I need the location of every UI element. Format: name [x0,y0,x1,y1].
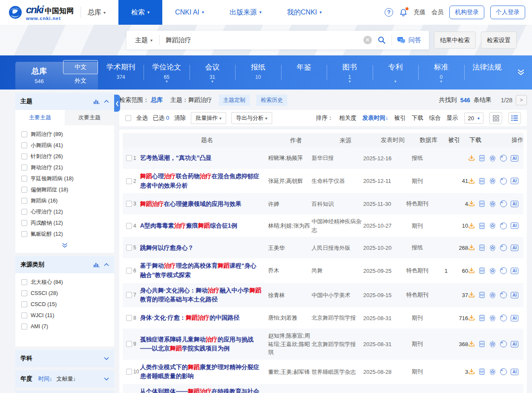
cite-quote-icon[interactable]: ” [500,341,507,347]
org-login-button[interactable]: 机构登录 [449,6,484,19]
db-expand-button[interactable] [510,55,532,90]
result-title-link[interactable]: 从个体到群体——舞蹈治疗在特殊教育与社会支持体系中的实践探索 [140,388,259,393]
filter-option-偏侧舞蹈症[interactable]: 偏侧舞蹈症 (18) [21,184,108,195]
db-tab-学位论文[interactable]: 学位论文65▾ [144,55,189,90]
sidebar-collapse-handle[interactable]: ❮ [114,95,120,112]
html-read-icon[interactable] [479,368,485,375]
year-sort-by-count[interactable]: 文献量↓ [57,375,76,383]
sort-by-发表时间[interactable]: 发表时间↓ [362,114,388,122]
ai-icon[interactable]: AI [511,369,518,375]
personal-login-button[interactable]: 个人登录 [490,6,525,19]
result-title-link[interactable]: 人类作业模式下的舞蹈康复护理对精神分裂症患者睡眠质量的影响 [140,364,259,380]
db-tab-专利[interactable]: 专利▾ [373,55,418,90]
db-tab-法律法规[interactable]: 法律法规 [464,55,510,90]
db-tab-年鉴[interactable]: 年鉴 [281,55,327,90]
download-icon[interactable] [468,315,475,321]
cite-quote-icon[interactable]: ” [500,244,507,251]
row-checkbox[interactable] [126,268,132,274]
search-input[interactable] [160,37,363,44]
top-nav-item-我的CNKI[interactable]: 我的CNKI▾ [274,0,334,25]
filter-checkbox[interactable] [21,131,27,137]
topic-custom-button[interactable]: 主题定制 [219,95,250,106]
result-title-link[interactable]: 基于舞动治疗理念的高校体育舞蹈课程“身心融合”教学模式探索 [140,262,256,278]
favorite-star-icon[interactable] [489,244,496,251]
filter-option-氟哌啶醇[interactable]: 氟哌啶醇 (12) [21,228,108,240]
result-source[interactable]: 百科知识 [311,200,363,208]
row-checkbox[interactable] [126,201,132,207]
topic-expand-button[interactable] [15,240,114,253]
result-authors[interactable]: 张延芹;高朝辉 [268,177,311,185]
ai-icon[interactable]: AI [511,315,518,321]
filter-checkbox[interactable] [21,165,27,170]
db-tab-标准[interactable]: 标准0▾ [418,55,464,90]
favorite-star-icon[interactable] [489,341,496,348]
filter-checkbox[interactable] [21,176,27,182]
html-read-icon[interactable] [479,315,485,321]
grid-view-button[interactable] [489,112,502,124]
chevron-down-icon[interactable] [104,377,109,381]
filter-option-CSSCI[interactable]: CSSCI (28) [21,288,108,299]
download-icon[interactable] [468,292,475,298]
top-nav-item-CNKI AI[interactable]: CNKI AI▾ [162,0,217,25]
filter-checkbox[interactable] [21,301,27,307]
result-title-link[interactable]: 艺考热退潮，“真功夫”凸显 [140,154,212,161]
result-source[interactable]: 世界睡眠医学杂志 [311,368,363,376]
db-tab-图书[interactable]: 图书1▾ [327,55,372,90]
db-tab-学术期刊[interactable]: 学术期刊374 [98,55,144,90]
favorite-star-icon[interactable] [489,200,496,208]
tab-primary-topic[interactable]: 主要主题 [15,110,65,125]
result-source[interactable]: 北京舞蹈学院学报 [311,340,363,349]
result-source[interactable]: 新华日报 [311,154,363,162]
page-size-select[interactable]: 20 ▾ [464,113,484,124]
clear-search-icon[interactable]: ✕ [363,36,372,44]
result-authors[interactable]: 许婵 [268,200,311,208]
row-checkbox[interactable] [126,315,132,321]
chevron-up-icon[interactable] [104,263,109,266]
help-icon[interactable]: ? [385,8,393,17]
recharge-link[interactable]: 充值 [414,9,426,16]
cite-quote-icon[interactable]: ” [500,178,507,185]
ai-icon[interactable]: AI [511,223,518,229]
result-title-link[interactable]: A型肉毒毒素治疗瘢痕舞蹈综合征1例 [140,222,237,229]
html-read-icon[interactable] [479,223,485,229]
filter-checkbox[interactable] [21,187,27,193]
filter-checkbox[interactable] [21,142,27,148]
html-read-icon[interactable] [479,341,485,347]
db-tab-报纸[interactable]: 报纸10 [235,55,281,90]
cite-quote-icon[interactable]: ” [500,368,507,375]
favorite-star-icon[interactable] [489,368,496,376]
filter-checkbox[interactable] [21,209,27,215]
result-source[interactable]: 北京舞蹈学院学报 [311,314,363,322]
download-icon[interactable] [468,200,475,207]
sort-by-被引[interactable]: 被引 [394,114,406,122]
filter-option-舞动治疗[interactable]: 舞动治疗 (21) [21,162,108,173]
download-icon[interactable] [468,223,475,229]
result-title-link[interactable]: 孤独症谱系障碍儿童舞动治疗的应用与挑战——以北京舞蹈学院实践项目为例 [140,336,253,352]
cite-quote-icon[interactable]: ” [500,315,507,321]
sort-by-综合[interactable]: 综合 [429,114,441,122]
download-icon[interactable] [468,267,475,274]
result-title-link[interactable]: 身体·文化·疗愈：舞蹈治疗的中国路径 [140,314,239,321]
result-source[interactable]: 人民日报海外版 [311,244,363,252]
sort-by-相关度[interactable]: 相关度 [339,114,357,122]
top-nav-item-检索[interactable]: 检索▾ [118,0,162,25]
cnki-logo[interactable]: cnki 中国知网 www.cnki.net [8,4,74,21]
clear-selection-button[interactable]: 清除 [174,114,186,122]
ai-icon[interactable]: AI [511,155,518,162]
filter-option-丙戊酸钠[interactable]: 丙戊酸钠 (12) [21,217,108,228]
search-history-button[interactable]: 检索历史 [256,95,287,106]
result-source[interactable]: 中国中小学美术 [311,291,363,300]
select-all-checkbox[interactable] [125,115,131,121]
next-page-button[interactable]: > [516,95,527,105]
row-checkbox[interactable] [126,178,132,184]
filter-option-WJCI[interactable]: WJCI (11) [21,310,108,321]
select-all-label[interactable]: 全选 [136,114,148,122]
html-read-icon[interactable] [479,267,485,274]
html-read-icon[interactable] [479,178,485,185]
ai-icon[interactable]: AI [511,292,518,298]
download-icon[interactable] [468,341,475,347]
filter-option-亨廷顿舞蹈病[interactable]: 亨廷顿舞蹈病 (18) [21,173,108,184]
db-tab-total[interactable]: 总库 546 中文 外文 [15,62,98,90]
filter-option-针刺治疗[interactable]: 针刺治疗 (26) [21,151,108,162]
row-checkbox[interactable] [126,223,132,229]
